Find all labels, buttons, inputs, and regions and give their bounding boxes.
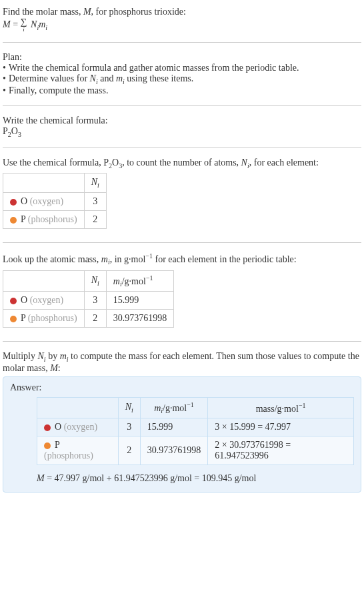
- mi-value: 30.973761998: [140, 436, 208, 465]
- bullet-icon: •: [3, 63, 6, 73]
- table-row: O (oxygen) 3 15.999 3 × 15.999 = 47.997: [37, 418, 354, 436]
- ni-value: 2: [84, 211, 106, 229]
- element-dot-icon: [10, 316, 17, 322]
- plan-item: •Finally, compute the mass.: [3, 85, 361, 96]
- table-header-ni: Ni: [84, 174, 106, 193]
- plan-item: •Determine values for Ni and mi using th…: [3, 73, 361, 85]
- eq-sign: =: [11, 19, 21, 29]
- chemical-formula: P2O3: [3, 126, 361, 138]
- intro-text: Find the molar mass,: [3, 7, 83, 17]
- var-m: M: [83, 7, 91, 17]
- divider: [3, 105, 361, 106]
- answer-label: Answer:: [10, 382, 354, 393]
- answer-table: Ni mi/g·mol−1 mass/g·mol−1 O (oxygen) 3 …: [37, 397, 354, 465]
- var-m: M: [3, 19, 11, 29]
- table-header-mass: mass/g·mol−1: [208, 397, 354, 418]
- divider: [3, 147, 361, 148]
- bullet-icon: •: [3, 85, 6, 96]
- element-cell: O (oxygen): [3, 292, 85, 310]
- element-cell: O (oxygen): [3, 193, 85, 211]
- table-header-empty: [3, 270, 85, 291]
- var-ni: N: [31, 19, 37, 29]
- var-mi-sub: i: [45, 24, 47, 31]
- count-table: Ni O (oxygen) 3 P (phosphorus) 2: [3, 173, 107, 229]
- table-row: P (phosphorus) 2 30.973761998 2 × 30.973…: [37, 436, 354, 465]
- element-cell: P (phosphorus): [3, 310, 85, 328]
- divider: [3, 42, 361, 43]
- bullet-icon: •: [3, 73, 6, 85]
- final-result: M = 47.997 g/mol + 61.947523996 g/mol = …: [37, 473, 354, 484]
- atomic-mass-section: Look up the atomic mass, mi, in g·mol−1 …: [3, 248, 361, 336]
- mass-table: Ni mi/g·mol−1 O (oxygen) 3 15.999 P (pho…: [3, 270, 174, 328]
- plan-text: Finally, compute the mass.: [9, 85, 109, 96]
- plan-section: Plan: •Write the chemical formula and ga…: [3, 48, 361, 100]
- mass-value: 3 × 15.999 = 47.997: [208, 418, 354, 436]
- ni-value: 2: [118, 436, 140, 465]
- element-dot-icon: [44, 424, 51, 431]
- sum-symbol: ∑: [21, 17, 27, 27]
- mass-text: Look up the atomic mass, mi, in g·mol−1 …: [3, 252, 361, 266]
- mi-value: 15.999: [140, 418, 208, 436]
- plan-text: Write the chemical formula and gather at…: [9, 63, 299, 73]
- chemical-formula-section: Write the chemical formula: P2O3: [3, 111, 361, 142]
- ni-value: 2: [84, 310, 106, 328]
- table-header-mi: mi/g·mol−1: [106, 270, 174, 291]
- compute-section: Multiply Ni by mi to compute the mass fo…: [3, 347, 361, 497]
- element-cell: P (phosphorus): [37, 436, 119, 465]
- count-text: Use the chemical formula, P2O3, to count…: [3, 158, 361, 170]
- ni-value: 3: [84, 292, 106, 310]
- table-header-ni: Ni: [118, 397, 140, 418]
- table-header-empty: [37, 397, 119, 418]
- mass-value: 2 × 30.973761998 = 61.947523996: [208, 436, 354, 465]
- plan-text: Determine values for Ni and mi using the…: [9, 73, 193, 85]
- table-header-mi: mi/g·mol−1: [140, 397, 208, 418]
- element-dot-icon: [44, 442, 51, 449]
- element-cell: O (oxygen): [37, 418, 119, 436]
- element-dot-icon: [10, 199, 17, 206]
- var-mi: m: [39, 19, 45, 29]
- element-cell: P (phosphorus): [3, 211, 85, 229]
- element-dot-icon: [10, 217, 17, 224]
- ni-value: 3: [118, 418, 140, 436]
- plan-item: •Write the chemical formula and gather a…: [3, 63, 361, 73]
- intro-section: Find the molar mass, M, for phosphorus t…: [3, 3, 361, 37]
- plan-title: Plan:: [3, 52, 361, 63]
- table-row: O (oxygen) 3 15.999: [3, 292, 174, 310]
- divider: [3, 341, 361, 342]
- table-row: P (phosphorus) 2: [3, 211, 107, 229]
- section-title: Write the chemical formula:: [3, 115, 361, 126]
- mi-value: 30.973761998: [106, 310, 174, 328]
- compute-text: Multiply Ni by mi to compute the mass fo…: [3, 351, 361, 374]
- intro-text-b: , for phosphorus trioxide:: [91, 7, 186, 17]
- element-dot-icon: [10, 298, 17, 304]
- molar-mass-formula: M = ∑ i Nimi: [3, 17, 361, 33]
- intro-line: Find the molar mass, M, for phosphorus t…: [3, 7, 361, 17]
- table-header-ni: Ni: [84, 270, 106, 291]
- table-header-empty: [3, 174, 85, 193]
- table-row: O (oxygen) 3: [3, 193, 107, 211]
- mi-value: 15.999: [106, 292, 174, 310]
- count-atoms-section: Use the chemical formula, P2O3, to count…: [3, 154, 361, 238]
- table-row: P (phosphorus) 2 30.973761998: [3, 310, 174, 328]
- divider: [3, 242, 361, 243]
- answer-box: Answer: Ni mi/g·mol−1 mass/g·mol−1 O (ox…: [3, 376, 361, 493]
- answer-content: Ni mi/g·mol−1 mass/g·mol−1 O (oxygen) 3 …: [37, 397, 354, 484]
- sum-index: i: [21, 27, 27, 33]
- ni-value: 3: [84, 193, 106, 211]
